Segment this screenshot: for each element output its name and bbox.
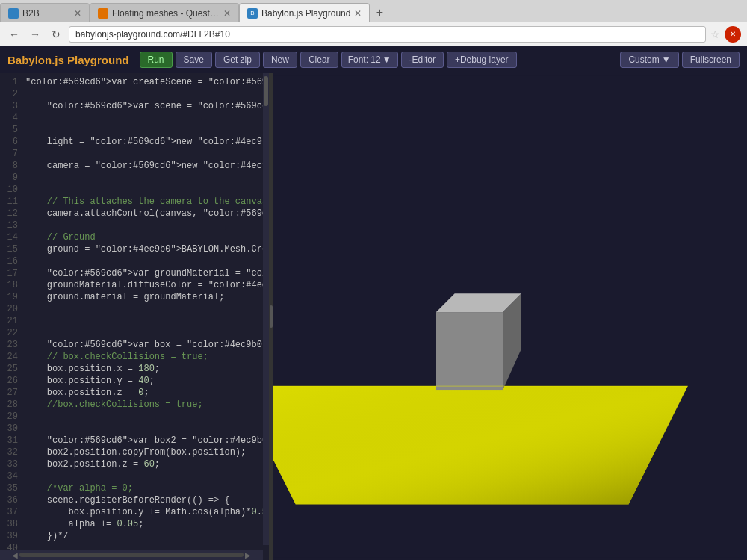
scene-svg xyxy=(273,73,747,560)
font-dropdown[interactable]: Font: 12 ▼ xyxy=(341,52,398,68)
tab-label-floating: Floating meshes - Questions xyxy=(112,8,220,19)
resize-dot xyxy=(270,305,273,328)
line-numbers: 1234567891011121314151617181920212223242… xyxy=(0,73,22,560)
tab-bar: B2B ✕ Floating meshes - Questions ✕ B Ba… xyxy=(0,0,747,22)
vertical-scrollbar[interactable] xyxy=(263,73,269,545)
tab-favicon-b2b xyxy=(8,8,19,19)
scrollbar-thumb-v[interactable] xyxy=(264,76,268,106)
debug-button[interactable]: +Debug layer xyxy=(447,52,517,68)
app-toolbar: Babylon.js Playground Run Save Get zip N… xyxy=(0,46,747,73)
run-button[interactable]: Run xyxy=(140,52,173,68)
custom-button[interactable]: Custom ▼ xyxy=(620,52,678,68)
new-tab-button[interactable]: + xyxy=(370,3,389,22)
scroll-right-icon[interactable]: ▶ xyxy=(244,550,252,559)
url-input[interactable] xyxy=(69,26,706,43)
main-content: 1234567891011121314151617181920212223242… xyxy=(0,73,747,560)
tab-favicon-babylon: B xyxy=(247,8,258,19)
tab-babylon[interactable]: B Babylon.js Playground ✕ xyxy=(239,3,370,22)
code-content[interactable]: "color:#569cd6">var createScene = "color… xyxy=(22,73,269,560)
toolbar-right: Custom ▼ Fullscreen xyxy=(620,52,740,68)
code-area[interactable]: 1234567891011121314151617181920212223242… xyxy=(0,73,269,560)
clear-button[interactable]: Clear xyxy=(300,52,338,68)
refresh-button[interactable]: ↻ xyxy=(48,26,64,43)
horizontal-scrollbar[interactable]: ◀ ▶ xyxy=(0,550,263,560)
canvas-3d[interactable]: 11 fps xyxy=(273,73,747,560)
custom-dropdown-arrow: ▼ xyxy=(662,55,671,65)
scrollbar-thumb-h[interactable] xyxy=(19,553,244,557)
fullscreen-button[interactable]: Fullscreen xyxy=(682,52,740,68)
tab-label-b2b: B2B xyxy=(22,8,70,19)
tab-favicon-floating xyxy=(98,8,108,19)
address-bar: ← → ↻ ☆ ✕ xyxy=(0,22,747,46)
save-button[interactable]: Save xyxy=(176,52,212,68)
tab-b2b[interactable]: B2B ✕ xyxy=(0,3,90,22)
app-title: Babylon.js Playground xyxy=(7,54,129,66)
code-editor: 1234567891011121314151617181920212223242… xyxy=(0,73,269,560)
box-front xyxy=(436,312,503,390)
bookmark-icon[interactable]: ☆ xyxy=(710,28,720,40)
stop-icon[interactable]: ✕ xyxy=(725,26,741,43)
tab-floating[interactable]: Floating meshes - Questions ✕ xyxy=(90,3,239,22)
font-label: Font: 12 xyxy=(348,55,381,65)
back-button[interactable]: ← xyxy=(6,26,22,43)
tab-close-babylon[interactable]: ✕ xyxy=(354,8,362,19)
custom-label: Custom xyxy=(628,55,659,65)
getzip-button[interactable]: Get zip xyxy=(215,52,260,68)
ground-shading xyxy=(273,386,688,505)
scroll-left-icon[interactable]: ◀ xyxy=(10,550,19,559)
new-button[interactable]: New xyxy=(263,52,297,68)
tab-label-babylon: Babylon.js Playground xyxy=(261,8,350,19)
editor-button[interactable]: -Editor xyxy=(401,52,444,68)
font-dropdown-arrow: ▼ xyxy=(382,55,391,65)
tab-close-b2b[interactable]: ✕ xyxy=(74,8,81,19)
forward-button[interactable]: → xyxy=(27,26,43,43)
tab-close-floating[interactable]: ✕ xyxy=(223,8,231,19)
